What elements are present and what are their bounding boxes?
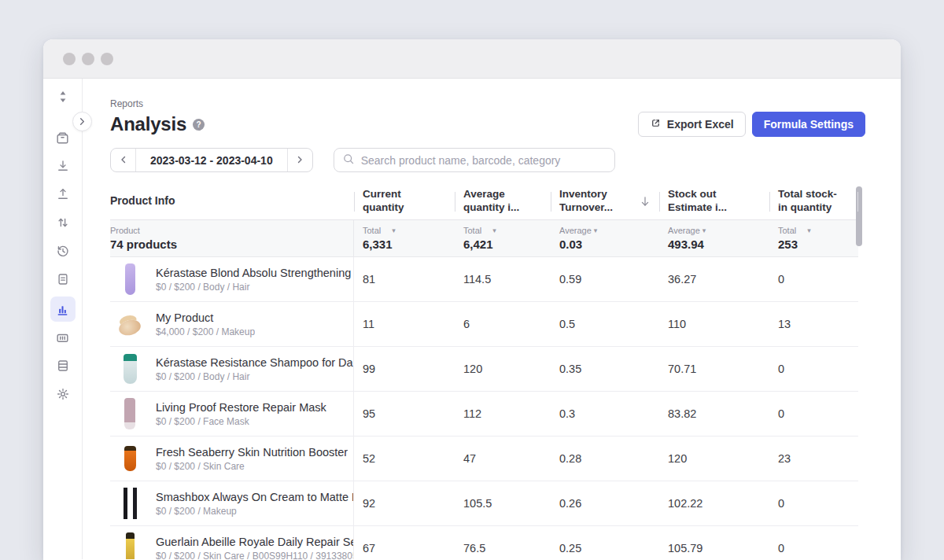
window-control-dot[interactable] xyxy=(82,53,94,65)
cell-average-quantity: 105.5 xyxy=(455,481,551,525)
chevron-right-icon xyxy=(295,153,304,168)
cell-inventory-turnover: 0.5 xyxy=(551,302,659,346)
analysis-table: Product Info Current quantity Average qu… xyxy=(110,183,858,559)
sidebar-item-reorder[interactable] xyxy=(52,86,74,108)
summary-average-quantity: Total▾ 6,421 xyxy=(455,220,551,256)
cell-average-quantity: 120 xyxy=(455,347,551,391)
prev-period-button[interactable] xyxy=(111,149,136,171)
column-header-inventory-turnover[interactable]: Inventory Turnover... xyxy=(551,183,659,219)
product-subinfo: $0 / $200 / Makeup xyxy=(156,506,353,517)
date-range-value[interactable]: 2023-03-12 - 2023-04-10 xyxy=(136,149,287,171)
product-name: Kérastase Resistance Shampoo for Dam... xyxy=(156,356,353,369)
cell-stock-out-estimate: 120 xyxy=(659,437,769,481)
product-image xyxy=(116,485,143,521)
sort-descending-icon[interactable] xyxy=(639,195,651,208)
cell-total-stock-in: 0 xyxy=(769,392,858,436)
sidebar-item-stock-in[interactable] xyxy=(52,155,74,177)
table-row[interactable]: Smashbox Always On Cream to Matte Li... … xyxy=(110,481,858,526)
database-icon xyxy=(56,359,70,373)
product-subinfo: $0 / $200 / Body / Hair xyxy=(156,282,353,293)
export-excel-label: Export Excel xyxy=(667,118,734,131)
formula-settings-label: Formula Settings xyxy=(764,118,854,131)
cell-stock-out-estimate: 70.71 xyxy=(659,347,769,391)
sidebar-item-orders[interactable] xyxy=(52,268,74,290)
search-input[interactable] xyxy=(361,154,607,167)
help-icon[interactable]: ? xyxy=(193,119,205,131)
table-row[interactable]: Living Proof Restore Repair Mask $0 / $2… xyxy=(110,392,858,437)
gear-icon xyxy=(56,387,70,401)
summary-inventory-turnover: Average▾ 0.03 xyxy=(551,220,659,256)
cell-current-quantity: 81 xyxy=(354,257,455,301)
cell-stock-out-estimate: 36.27 xyxy=(659,257,769,301)
sidebar-item-analysis[interactable] xyxy=(50,297,76,322)
cell-stock-out-estimate: 83.82 xyxy=(659,392,769,436)
product-image xyxy=(116,440,143,477)
table-row[interactable]: Kérastase Blond Absolu Strengthening ...… xyxy=(110,257,858,302)
cell-inventory-turnover: 0.3 xyxy=(551,392,659,436)
dropdown-triangle-icon[interactable]: ▾ xyxy=(702,227,706,234)
cell-total-stock-in: 0 xyxy=(769,257,858,301)
table-row[interactable]: Kérastase Resistance Shampoo for Dam... … xyxy=(110,347,858,392)
table-row[interactable]: Fresh Seaberry Skin Nutrition Booster $0… xyxy=(110,437,858,481)
summary-total-stock-in: Total▾ 253 xyxy=(769,220,858,256)
product-image xyxy=(116,261,143,297)
cell-current-quantity: 92 xyxy=(354,481,455,525)
dropdown-triangle-icon[interactable]: ▾ xyxy=(492,227,496,234)
column-header-average-quantity[interactable]: Average quantity i... xyxy=(455,183,551,219)
product-name: Living Proof Restore Repair Mask xyxy=(156,401,326,414)
column-header-stock-out-estimate[interactable]: Stock out Estimate i... xyxy=(659,183,769,219)
sidebar-item-products[interactable] xyxy=(52,355,74,377)
product-subinfo: $0 / $200 / Face Mask xyxy=(156,416,326,427)
dropdown-triangle-icon[interactable]: ▾ xyxy=(807,227,811,234)
window-control-dot[interactable] xyxy=(101,53,113,65)
sidebar-item-stock-out[interactable] xyxy=(52,183,74,205)
dropdown-triangle-icon[interactable]: ▾ xyxy=(594,227,598,234)
sidebar-expand-button[interactable] xyxy=(72,112,92,131)
next-period-button[interactable] xyxy=(287,149,312,171)
cell-total-stock-in: 0 xyxy=(769,526,858,559)
card-icon xyxy=(55,330,70,345)
cell-average-quantity: 6 xyxy=(455,302,551,346)
cell-total-stock-in: 13 xyxy=(769,302,858,346)
product-image xyxy=(116,351,143,387)
page-title: Analysis xyxy=(110,113,186,135)
sidebar-item-settings[interactable] xyxy=(52,383,74,405)
product-subinfo: $0 / $200 / Skin Care xyxy=(156,461,348,472)
sort-arrows-icon xyxy=(57,90,68,103)
search-icon xyxy=(342,153,355,168)
column-header-current-quantity[interactable]: Current quantity xyxy=(354,183,455,219)
sidebar-item-barcode[interactable] xyxy=(52,326,74,348)
product-image xyxy=(116,396,143,432)
product-name: Fresh Seaberry Skin Nutrition Booster xyxy=(156,446,348,459)
sidebar-item-history[interactable] xyxy=(52,240,74,262)
table-row[interactable]: Guerlain Abeille Royale Daily Repair Ser… xyxy=(110,526,858,559)
sidebar-item-inventory[interactable] xyxy=(52,127,74,149)
sidebar xyxy=(43,79,83,559)
product-subinfo: $4,000 / $200 / Makeup xyxy=(156,326,255,337)
sidebar-item-transfer[interactable] xyxy=(52,212,74,234)
summary-product: Product 74 products xyxy=(110,220,354,256)
export-excel-button[interactable]: Export Excel xyxy=(638,112,746,137)
window-control-dot[interactable] xyxy=(63,53,76,65)
cell-total-stock-in: 0 xyxy=(769,347,858,391)
cell-average-quantity: 47 xyxy=(455,437,551,481)
product-image xyxy=(116,530,143,559)
table-row[interactable]: My Product $4,000 / $200 / Makeup 11 6 0… xyxy=(110,302,858,347)
app-window: Reports Analysis ? Export Excel Formula … xyxy=(43,39,901,560)
formula-settings-button[interactable]: Formula Settings xyxy=(752,112,865,137)
breadcrumb: Reports xyxy=(110,98,901,109)
cell-current-quantity: 99 xyxy=(354,347,455,391)
cell-inventory-turnover: 0.35 xyxy=(551,347,659,391)
date-range-picker: 2023-03-12 - 2023-04-10 xyxy=(110,148,313,172)
cell-total-stock-in: 23 xyxy=(769,437,858,481)
table-summary-row: Product 74 products Total▾ 6,331 Total▾ … xyxy=(110,220,858,257)
summary-current-quantity: Total▾ 6,331 xyxy=(354,220,455,256)
cell-inventory-turnover: 0.59 xyxy=(551,257,659,301)
chevron-right-icon xyxy=(78,115,87,129)
cell-average-quantity: 112 xyxy=(455,392,551,436)
cell-stock-out-estimate: 102.22 xyxy=(659,481,769,525)
column-header-total-stock-in[interactable]: Total stock- in quantity xyxy=(769,183,858,219)
chevron-left-icon xyxy=(119,153,128,168)
dropdown-triangle-icon[interactable]: ▾ xyxy=(392,227,396,234)
column-header-product-info[interactable]: Product Info xyxy=(110,183,354,219)
